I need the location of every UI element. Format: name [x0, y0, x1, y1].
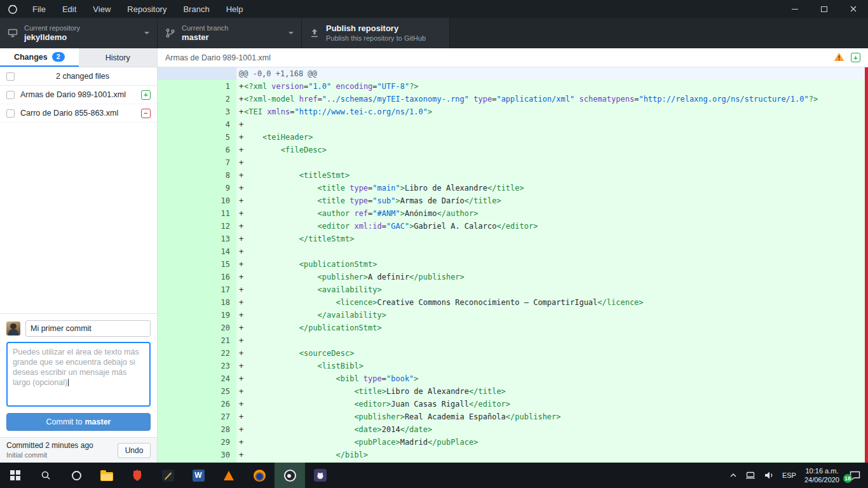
diff-line: 13+ </titleStmt>: [158, 233, 868, 245]
old-line-number: [158, 182, 197, 194]
windows-logo-icon: [10, 470, 20, 480]
main-area: Changes 2 History 2 changed files Armas …: [0, 48, 868, 463]
cortana-icon: [72, 471, 81, 480]
diff-line-code: + <teiHeader>: [236, 131, 868, 144]
added-line-marker: +: [236, 360, 244, 372]
commit-button[interactable]: Commit to master: [6, 413, 151, 431]
file-checkbox[interactable]: [6, 109, 15, 118]
firefox-button[interactable]: [244, 463, 275, 488]
file-row-added[interactable]: Armas de Dario 989-1001.xml +: [0, 86, 157, 104]
time-text: 10:16 a.m.: [804, 466, 839, 475]
commit-summary-input[interactable]: [25, 320, 151, 337]
file-checkbox[interactable]: [6, 91, 15, 99]
new-line-number: 21: [197, 334, 236, 347]
diff-line-code: + <date>2014</date>: [236, 423, 868, 436]
menu-branch[interactable]: Branch: [175, 0, 217, 18]
close-button[interactable]: [839, 0, 868, 18]
added-line-marker: +: [236, 182, 244, 194]
added-line-marker: +: [236, 436, 244, 449]
git-branch-icon: [165, 28, 175, 38]
current-repository-button[interactable]: Current repository jekylldemo: [0, 18, 158, 48]
github-desktop-button[interactable]: [305, 463, 336, 488]
notification-count-badge: 18: [843, 474, 852, 483]
diff-line: 22+ <sourceDesc>: [158, 347, 868, 360]
system-tray: ESP 10:16 a.m. 24/06/2020 18: [729, 466, 868, 484]
diff-line: 23+ <listBibl>: [158, 360, 868, 372]
language-indicator[interactable]: ESP: [782, 471, 796, 479]
menu-file[interactable]: File: [24, 0, 54, 18]
diff-scrollbar[interactable]: [865, 67, 868, 463]
diff-line: 1+<?xml version="1.0" encoding="UTF-8"?>: [158, 80, 868, 93]
diff-line-code: + <listBibl>: [236, 360, 868, 372]
new-line-number: 2: [197, 93, 236, 105]
taskbar-search-button[interactable]: [31, 463, 61, 488]
diff-line: 29+ <pubPlace>Madrid</pubPlace>: [158, 436, 868, 449]
old-line-number: [158, 194, 197, 207]
new-line-number: 18: [197, 296, 236, 309]
new-line-number: 30: [197, 449, 236, 461]
old-line-number: [158, 372, 197, 385]
old-line-number: [158, 245, 197, 258]
maximize-button[interactable]: [810, 0, 839, 18]
diff-file-header: Armas de Dario 989-1001.xml +: [158, 48, 868, 67]
added-line-marker: +: [236, 283, 244, 296]
new-line-number: 19: [197, 309, 236, 322]
menu-view[interactable]: View: [85, 0, 119, 18]
show-hidden-icons-button[interactable]: [729, 473, 737, 478]
diff-line: 17+ <availability>: [158, 283, 868, 296]
file-name: Armas de Dario 989-1001.xml: [20, 90, 135, 99]
diff-line: 20+ </publicationStmt>: [158, 322, 868, 334]
diff-hunk-header: @@ -0,0 +1,168 @@: [158, 67, 868, 80]
volume-indicator[interactable]: [764, 471, 774, 480]
undo-button[interactable]: Undo: [118, 443, 151, 458]
diff-line: 26+ <editor>Juan Casas Rigall</editor>: [158, 398, 868, 410]
committed-status-text: Committed 2 minutes ago: [6, 441, 118, 451]
diff-line: 27+ <publisher>Real Academia Española</p…: [158, 410, 868, 423]
cortana-button[interactable]: [61, 463, 92, 488]
action-center-button[interactable]: 18: [848, 470, 862, 481]
menu-repository[interactable]: Repository: [119, 0, 175, 18]
new-line-number: 28: [197, 423, 236, 436]
old-line-number: [158, 398, 197, 410]
changes-count-badge: 2: [52, 52, 65, 62]
vlc-button[interactable]: [214, 463, 244, 488]
added-line-marker: +: [236, 118, 244, 131]
changed-files-summary: 2 changed files: [15, 72, 151, 81]
diff-line-code: + <title type="sub">Armas de Darío</titl…: [236, 194, 868, 207]
text-caret: [68, 379, 69, 386]
menu-help[interactable]: Help: [218, 0, 252, 18]
file-explorer-button[interactable]: [92, 463, 122, 488]
minimize-button[interactable]: [780, 0, 810, 18]
word-button[interactable]: W: [183, 463, 214, 488]
design-app-button[interactable]: [153, 463, 183, 488]
diff-line-code: +<?xml version="1.0" encoding="UTF-8"?>: [236, 80, 868, 93]
clock[interactable]: 10:16 a.m. 24/06/2020: [804, 466, 839, 484]
old-line-number: [158, 283, 197, 296]
diff-pane: Armas de Dario 989-1001.xml + @@ -0,0 +1…: [158, 48, 868, 463]
added-line-marker: +: [236, 169, 244, 182]
repository-monitor-icon: [8, 28, 18, 38]
tab-history-label: History: [105, 53, 130, 62]
publish-repository-button[interactable]: Publish repository Publish this reposito…: [302, 18, 450, 48]
obs-button[interactable]: [275, 463, 305, 488]
select-all-checkbox[interactable]: [6, 72, 15, 81]
current-branch-value: master: [182, 32, 228, 43]
diff-line-code: + <title type="main">Libro de Alexandre<…: [236, 182, 868, 194]
tab-changes[interactable]: Changes 2: [0, 48, 79, 67]
menu-edit[interactable]: Edit: [54, 0, 85, 18]
tab-history[interactable]: History: [79, 48, 158, 67]
battery-indicator[interactable]: [745, 471, 756, 480]
pen-app-icon: [162, 470, 174, 482]
commit-description-textarea[interactable]: Puedes utilizar el área de texto más gra…: [6, 342, 151, 407]
maximize-icon: [821, 6, 827, 12]
file-row-removed[interactable]: Carro de Dario 855-863.xml −: [0, 104, 157, 123]
browser-app-button[interactable]: [122, 463, 153, 488]
current-branch-button[interactable]: Current branch master: [158, 18, 302, 48]
diff-added-status-icon: +: [851, 53, 860, 62]
added-line-marker: +: [236, 207, 244, 220]
diff-line: 10+ <title type="sub">Armas de Darío</ti…: [158, 194, 868, 207]
publish-repository-subtitle: Publish this repository to GitHub: [326, 34, 426, 43]
start-button[interactable]: [0, 463, 31, 488]
new-line-number: 26: [197, 398, 236, 410]
upload-icon: [309, 28, 320, 38]
